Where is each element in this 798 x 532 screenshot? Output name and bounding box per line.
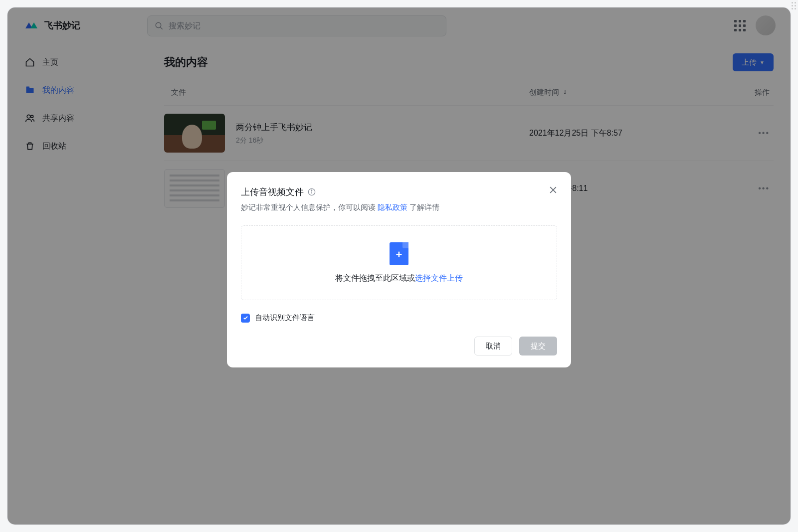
modal-title: 上传音视频文件: [241, 186, 304, 198]
close-icon[interactable]: [546, 183, 560, 197]
choose-file-link[interactable]: 选择文件上传: [415, 274, 463, 282]
app-window: 飞书妙记: [7, 7, 791, 525]
resize-handle: [792, 2, 796, 9]
modal-overlay[interactable]: 上传音视频文件 妙记非常重视个人信息保护，你可以阅读 隐私政策 了解详情 + 将…: [7, 7, 791, 525]
file-plus-icon: +: [390, 242, 408, 265]
submit-button[interactable]: 提交: [519, 337, 557, 355]
info-icon[interactable]: [308, 188, 316, 196]
auto-detect-checkbox[interactable]: [241, 314, 250, 323]
upload-modal: 上传音视频文件 妙记非常重视个人信息保护，你可以阅读 隐私政策 了解详情 + 将…: [227, 172, 571, 367]
modal-subtitle: 妙记非常重视个人信息保护，你可以阅读 隐私政策 了解详情: [241, 203, 557, 212]
svg-point-8: [311, 190, 312, 190]
dropzone[interactable]: + 将文件拖拽至此区域或选择文件上传: [241, 225, 557, 300]
check-icon: [243, 315, 248, 321]
checkbox-label: 自动识别文件语言: [255, 313, 315, 323]
cancel-button[interactable]: 取消: [474, 337, 512, 355]
drop-text: 将文件拖拽至此区域或选择文件上传: [335, 273, 463, 284]
privacy-link[interactable]: 隐私政策: [378, 203, 407, 211]
